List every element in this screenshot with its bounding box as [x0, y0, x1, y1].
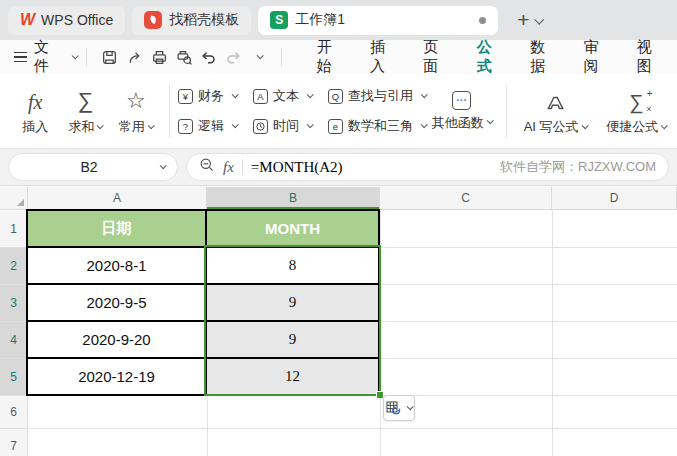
- common-functions-button[interactable]: ☆ 常用: [111, 86, 161, 136]
- formula-text[interactable]: =MONTH(A2): [251, 159, 343, 176]
- tab-docer-templates[interactable]: 找稻壳模板: [132, 6, 251, 35]
- cell-a4[interactable]: 2020-9-20: [28, 322, 207, 359]
- chevron-down-icon: [307, 121, 314, 128]
- tab-workbook1-label: 工作簿1: [295, 11, 345, 29]
- new-document-button[interactable]: +: [511, 8, 535, 32]
- row-header-4[interactable]: 4: [0, 322, 27, 359]
- zoom-out-icon[interactable]: [199, 157, 215, 177]
- clock-icon: [253, 119, 268, 134]
- logical-functions-button[interactable]: ? 逻辑: [178, 113, 237, 139]
- insert-function-button[interactable]: fx 插入: [10, 86, 60, 136]
- row-header-7[interactable]: 7: [0, 429, 27, 456]
- logical-label: 逻辑: [198, 117, 224, 135]
- name-box[interactable]: B2: [8, 153, 178, 181]
- row-header-3[interactable]: 3: [0, 285, 27, 322]
- cell-a5[interactable]: 2020-12-19: [28, 359, 207, 396]
- autosum-button[interactable]: ∑ 求和: [60, 86, 110, 136]
- column-header-b[interactable]: B: [207, 187, 380, 209]
- autofill-options-button[interactable]: [383, 395, 415, 421]
- tab-home[interactable]: 开始: [317, 38, 344, 76]
- other-functions-label: 其他函数: [432, 114, 484, 132]
- menu-bar: 文件: [0, 40, 677, 74]
- row-header-2[interactable]: 2: [0, 248, 27, 285]
- cell-a1[interactable]: 日期: [28, 211, 207, 248]
- wps-spreadsheet-window: W WPS Office 找稻壳模板 S 工作簿1 + 文件: [0, 0, 677, 456]
- divider: [281, 48, 282, 66]
- chevron-down-icon: [97, 122, 104, 129]
- wps-logo-icon: W: [20, 11, 34, 29]
- tab-workbook1[interactable]: S 工作簿1: [258, 6, 498, 35]
- watermark-text: 软件自学网：RJZXW.COM: [500, 158, 656, 176]
- export-button[interactable]: [122, 45, 147, 69]
- math-trig-label: 数学和三角: [348, 117, 413, 135]
- print-button[interactable]: [147, 45, 172, 69]
- select-all-corner[interactable]: [0, 187, 28, 209]
- cell-b1[interactable]: MONTH: [207, 211, 380, 248]
- divider: [242, 159, 243, 175]
- hamburger-menu-icon[interactable]: [14, 52, 27, 63]
- quick-access-chevron-icon[interactable]: [246, 45, 271, 69]
- tab-wps-office-label: WPS Office: [41, 12, 113, 28]
- column-header-d[interactable]: D: [552, 187, 677, 209]
- tab-formulas[interactable]: 公式: [477, 38, 504, 76]
- yuan-icon: ¥: [178, 89, 193, 104]
- cell-b3[interactable]: 9: [207, 285, 380, 322]
- tab-page[interactable]: 页面: [423, 38, 450, 76]
- insert-function-label: 插入: [22, 118, 48, 136]
- cell-b2-active[interactable]: 8: [207, 248, 380, 285]
- chevron-down-icon: [232, 121, 239, 128]
- formula-bar: B2 fx =MONTH(A2) 软件自学网：RJZXW.COM: [0, 148, 677, 186]
- undo-button[interactable]: [196, 45, 221, 69]
- formula-input-area[interactable]: fx =MONTH(A2) 软件自学网：RJZXW.COM: [186, 153, 669, 181]
- math-trig-button[interactable]: e 数学和三角: [328, 113, 426, 139]
- file-menu-chevron-icon[interactable]: [71, 52, 78, 59]
- tab-review[interactable]: 审阅: [583, 38, 610, 76]
- quick-formula-button[interactable]: ∑+× 便捷公式: [596, 86, 677, 136]
- magnifier-icon: Q: [328, 89, 343, 104]
- row-headers: 1 2 3 4 5 6 7: [0, 211, 28, 456]
- sigma-icon: ∑: [78, 86, 94, 114]
- chevron-down-icon: [486, 117, 493, 124]
- tab-list-chevron-icon[interactable]: [535, 14, 545, 24]
- autofill-icon: [386, 401, 401, 416]
- text-functions-button[interactable]: A 文本: [253, 83, 312, 109]
- other-functions-button[interactable]: ··· 其他函数: [426, 91, 498, 132]
- row-header-6[interactable]: 6: [0, 396, 27, 429]
- spreadsheet-icon: S: [270, 11, 288, 29]
- save-button[interactable]: [97, 45, 122, 69]
- letter-a-icon: A: [253, 89, 268, 104]
- datetime-functions-button[interactable]: 时间: [253, 113, 312, 139]
- docer-icon: [144, 11, 162, 29]
- row-header-1[interactable]: 1: [0, 211, 27, 248]
- column-header-a[interactable]: A: [28, 187, 207, 209]
- ai-write-formula-label: AI 写公式: [524, 118, 579, 136]
- lookup-reference-button[interactable]: Q 查找与引用: [328, 83, 426, 109]
- print-preview-button[interactable]: [172, 45, 197, 69]
- tab-view[interactable]: 视图: [637, 38, 664, 76]
- tab-wps-office[interactable]: W WPS Office: [8, 6, 125, 35]
- cell-b5[interactable]: 12: [207, 359, 380, 396]
- column-header-c[interactable]: C: [380, 187, 552, 209]
- name-box-value: B2: [21, 159, 157, 175]
- quick-formula-label: 便捷公式: [606, 118, 658, 136]
- fx-insert-function-icon[interactable]: fx: [223, 159, 234, 176]
- redo-button[interactable]: [221, 45, 246, 69]
- ai-write-formula-button[interactable]: AI 写公式: [514, 86, 595, 136]
- text-label: 文本: [273, 87, 299, 105]
- tab-data[interactable]: 数据: [530, 38, 557, 76]
- cell-b4[interactable]: 9: [207, 322, 380, 359]
- divider: [506, 84, 507, 138]
- tab-insert[interactable]: 插入: [370, 38, 397, 76]
- financial-functions-button[interactable]: ¥ 财务: [178, 83, 237, 109]
- cell-a3[interactable]: 2020-9-5: [28, 285, 207, 322]
- divider: [169, 84, 170, 138]
- name-box-chevron-icon[interactable]: [160, 162, 167, 169]
- formulas-ribbon: fx 插入 ∑ 求和 ☆ 常用 ¥ 财务 ? 逻辑 A 文本: [0, 74, 677, 148]
- star-icon: ☆: [126, 86, 146, 114]
- file-menu[interactable]: 文件: [34, 38, 63, 76]
- fx-icon: fx: [28, 86, 42, 114]
- cell-a2[interactable]: 2020-8-1: [28, 248, 207, 285]
- tab-docer-label: 找稻壳模板: [169, 11, 239, 29]
- unsaved-indicator-dot: [479, 17, 486, 24]
- row-header-5[interactable]: 5: [0, 359, 27, 396]
